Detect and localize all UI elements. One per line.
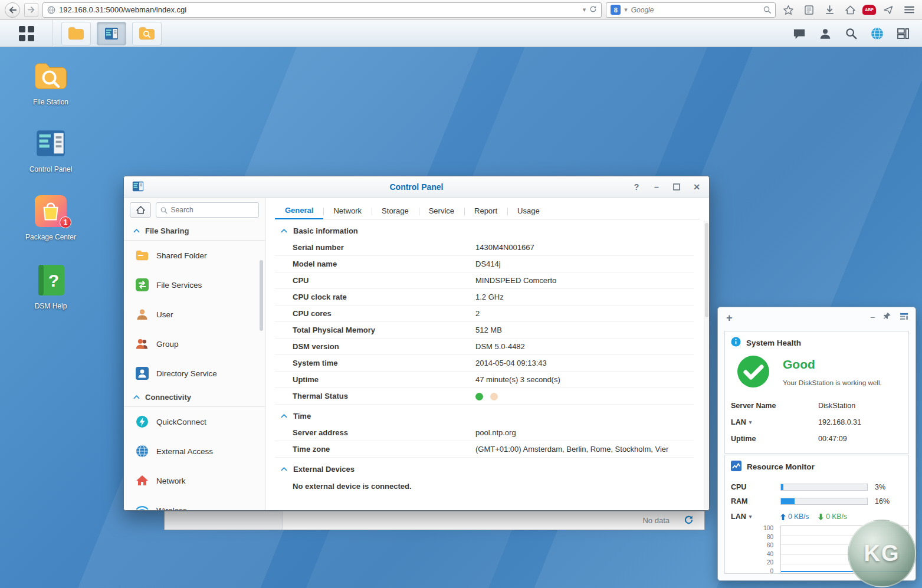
background-window[interactable]: No data [164,511,705,530]
sidebar-section-file-sharing[interactable]: File Sharing [124,222,265,241]
bookmarks-sidebar-icon[interactable] [800,2,817,18]
search-icon[interactable] [842,24,861,43]
taskbar-app-control-panel[interactable] [97,22,126,45]
sidebar-section-label: Connectivity [145,393,191,402]
widgets-panel-icon[interactable] [894,24,913,43]
menu-hamburger-icon[interactable] [901,2,917,18]
google-icon: 8 [611,5,621,15]
taskbar-app-file-station[interactable] [61,22,91,45]
tab-usage[interactable]: Usage [507,203,550,219]
tab-network[interactable]: Network [323,203,372,219]
system-health-card: System Health Good Your DiskStation is w… [724,331,909,454]
sidebar-item-label: Directory Service [156,369,217,378]
sidebar-item-shared-folder[interactable]: Shared Folder [124,241,265,270]
sidebar-item-quickconnect[interactable]: QuickConnect [124,407,265,436]
info-row-total-physical-memory: Total Physical Memory 512 MB [275,322,694,339]
desktop-icon-dsm-help[interactable]: ? DSM Help [24,262,78,311]
info-value: DS414j [475,259,694,268]
lan-download: 0 KB/s [818,513,846,521]
url-dropdown-icon[interactable]: ▾ [583,6,586,14]
sidebar-item-directory-service[interactable]: Directory Service [124,359,265,388]
info-label: CPU [275,276,475,285]
reload-icon[interactable] [589,5,597,14]
widget-header: + – [718,310,916,327]
minimize-button[interactable]: – [651,182,662,192]
home-button[interactable] [130,202,151,218]
close-button[interactable]: ✕ [691,182,702,192]
chevron-up-icon [281,414,287,418]
sidebar-item-label: User [156,310,173,319]
info-label: Thermal Status [275,392,475,400]
desktop-icon-control-panel[interactable]: Control Panel [24,125,78,174]
sidebar-item-network[interactable]: Network [124,466,265,495]
upload-arrow-icon [780,514,786,520]
title-bar[interactable]: Control Panel ? – ✕ [124,176,709,198]
lan-label: LAN▾ [731,513,780,521]
search-bar[interactable]: 8 ▾ [606,2,776,18]
sidebar-section-connectivity[interactable]: Connectivity [124,388,265,407]
section-header-label: External Devices [293,465,355,474]
widget-minimize-button[interactable]: – [871,313,875,321]
user-account-icon[interactable] [816,24,835,43]
back-button[interactable] [5,2,20,18]
home-icon[interactable] [842,2,858,18]
section-basic-information[interactable]: Basic information [275,222,694,239]
chevron-down-icon[interactable]: ▾ [749,419,752,425]
tab-bar: General Network Storage Service Report U… [275,203,700,219]
chevron-down-icon[interactable]: ▾ [749,514,752,520]
url-input[interactable] [59,5,579,14]
chevron-up-icon [281,467,287,471]
sidebar-item-file-services[interactable]: File Services [124,270,265,300]
download-arrow-icon [818,514,823,520]
add-widget-button[interactable]: + [726,312,733,324]
search-engine-dropdown-icon[interactable]: ▾ [624,6,628,14]
adblock-plus-icon[interactable]: ABP [862,5,876,15]
sidebar-item-external-access[interactable]: External Access [124,436,265,466]
sidebar-item-wireless[interactable]: Wireless [124,495,265,510]
refresh-icon[interactable] [684,515,694,527]
web-search-input[interactable] [631,6,760,14]
desktop-icon-package-center[interactable]: 1 Package Center [24,193,78,242]
search-icon [763,6,771,14]
forward-button[interactable] [24,3,38,17]
sidebar-search[interactable] [156,202,259,218]
section-external-devices[interactable]: External Devices [275,460,694,478]
tab-storage[interactable]: Storage [372,203,419,219]
thermal-dot-beige [490,393,498,400]
tab-general[interactable]: General [275,203,323,219]
notifications-icon[interactable] [790,24,809,43]
desktop-icon-file-station[interactable]: File Station [24,58,78,107]
chevron-up-icon [133,395,140,399]
section-time[interactable]: Time [275,407,694,425]
tab-service[interactable]: Service [419,203,464,219]
resource-monitor-title: Resource Monitor [747,462,815,471]
sidebar-item-label: File Services [156,281,202,290]
info-row-model-name: Model name DS414j [275,256,694,272]
main-menu-button[interactable] [0,20,53,47]
content-scrollbar[interactable] [704,221,708,509]
pocket-send-icon[interactable] [880,2,897,18]
maximize-button[interactable] [671,182,682,192]
chevron-up-icon [133,229,140,233]
info-label: Model name [275,259,475,268]
sidebar-item-user[interactable]: User [124,300,265,329]
sidebar-item-label: Shared Folder [156,251,207,260]
tab-report[interactable]: Report [464,203,507,219]
taskbar-app-file-browser[interactable] [132,22,162,45]
no-data-label: No data [642,516,670,525]
pin-icon[interactable] [883,312,891,322]
file-station-icon [32,58,69,94]
quickconnect-globe-icon[interactable] [868,24,887,43]
widget-panel-icon[interactable] [900,313,908,322]
sidebar-scrollbar[interactable] [260,260,263,331]
url-bar[interactable]: ▾ [42,2,602,18]
info-row-uptime: Uptime 47 minute(s) 3 second(s) [275,372,694,388]
sidebar-search-input[interactable] [171,206,254,214]
downloads-icon[interactable] [821,2,838,18]
sidebar-item-group[interactable]: Group [124,329,265,359]
health-row-value: 192.168.0.31 [818,418,861,426]
help-button[interactable]: ? [631,182,642,192]
info-value: 1430M4N001667 [475,243,694,252]
bookmark-star-icon[interactable] [780,2,796,18]
health-check-icon [737,355,770,390]
